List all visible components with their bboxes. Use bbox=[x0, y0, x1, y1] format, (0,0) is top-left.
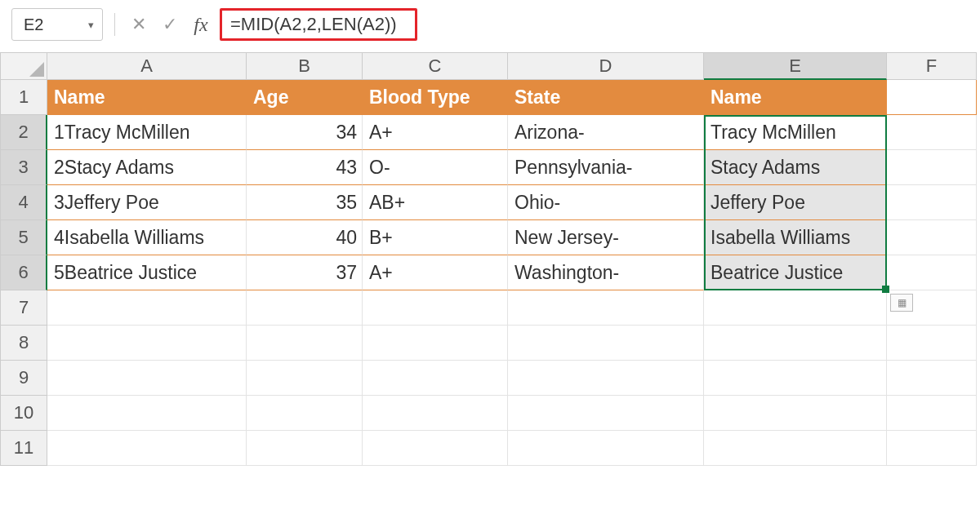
cell-A2[interactable]: 1Tracy McMillen bbox=[47, 115, 247, 150]
cell-D11[interactable] bbox=[508, 431, 704, 466]
cell-F4[interactable] bbox=[887, 185, 977, 220]
cell-D7[interactable] bbox=[508, 290, 704, 326]
cell-A4[interactable]: 3Jeffery Poe bbox=[47, 185, 247, 220]
cell-E8[interactable] bbox=[704, 326, 887, 361]
cell-F8[interactable] bbox=[887, 326, 977, 361]
col-head-C[interactable]: C bbox=[363, 52, 508, 80]
cell-E3[interactable]: Stacy Adams bbox=[704, 150, 887, 185]
cell-F11[interactable] bbox=[887, 431, 977, 466]
cell-D6[interactable]: Washington- bbox=[508, 255, 704, 290]
cell-D3[interactable]: Pennsylvania- bbox=[508, 150, 704, 185]
cell-A11[interactable] bbox=[47, 431, 247, 466]
cell-F3[interactable] bbox=[887, 150, 977, 185]
cell-E1[interactable]: Name bbox=[704, 80, 887, 115]
formula-bar: E2 ▾ ✕ ✓ fx =MID(A2,2,LEN(A2)) bbox=[0, 0, 980, 52]
row-head-6[interactable]: 6 bbox=[0, 255, 47, 290]
row-head-10[interactable]: 10 bbox=[0, 396, 47, 431]
cell-F10[interactable] bbox=[887, 396, 977, 431]
cell-C2[interactable]: A+ bbox=[363, 115, 508, 150]
col-head-D[interactable]: D bbox=[508, 52, 704, 80]
cell-E10[interactable] bbox=[704, 396, 887, 431]
table-row: 6 5Beatrice Justice 37 A+ Washington- Be… bbox=[0, 255, 980, 290]
cell-D9[interactable] bbox=[508, 361, 704, 396]
cell-C8[interactable] bbox=[363, 326, 508, 361]
cell-F1[interactable] bbox=[887, 80, 977, 115]
col-head-F[interactable]: F bbox=[887, 52, 977, 80]
cell-A6[interactable]: 5Beatrice Justice bbox=[47, 255, 247, 290]
row-head-2[interactable]: 2 bbox=[0, 115, 47, 150]
cell-C1[interactable]: Blood Type bbox=[363, 80, 508, 115]
row-head-9[interactable]: 9 bbox=[0, 361, 47, 396]
row-head-7[interactable]: 7 bbox=[0, 290, 47, 326]
cell-B10[interactable] bbox=[247, 396, 363, 431]
cell-A9[interactable] bbox=[47, 361, 247, 396]
cell-D2[interactable]: Arizona- bbox=[508, 115, 704, 150]
row-head-3[interactable]: 3 bbox=[0, 150, 47, 185]
cell-B2[interactable]: 34 bbox=[247, 115, 363, 150]
row-head-11[interactable]: 11 bbox=[0, 431, 47, 466]
cell-C7[interactable] bbox=[363, 290, 508, 326]
col-head-B[interactable]: B bbox=[247, 52, 363, 80]
row-head-8[interactable]: 8 bbox=[0, 326, 47, 361]
table-row: 8 bbox=[0, 326, 980, 361]
cell-D1[interactable]: State bbox=[508, 80, 704, 115]
cell-D5[interactable]: New Jersey- bbox=[508, 220, 704, 255]
cell-F2[interactable] bbox=[887, 115, 977, 150]
fx-icon: fx bbox=[194, 14, 207, 36]
cell-B6[interactable]: 37 bbox=[247, 255, 363, 290]
cell-A5[interactable]: 4Isabella Williams bbox=[47, 220, 247, 255]
spreadsheet-grid[interactable]: A B C D E F 1 Name Age Blood Type State … bbox=[0, 52, 980, 466]
cell-B11[interactable] bbox=[247, 431, 363, 466]
cell-E11[interactable] bbox=[704, 431, 887, 466]
cell-C11[interactable] bbox=[363, 431, 508, 466]
cell-B5[interactable]: 40 bbox=[247, 220, 363, 255]
confirm-formula-button[interactable]: ✓ bbox=[158, 12, 182, 37]
select-all-triangle[interactable] bbox=[0, 52, 47, 80]
cell-F6[interactable] bbox=[887, 255, 977, 290]
formula-input[interactable]: =MID(A2,2,LEN(A2)) bbox=[220, 8, 417, 41]
name-box[interactable]: E2 ▾ bbox=[11, 8, 103, 41]
cell-A10[interactable] bbox=[47, 396, 247, 431]
table-row: 7 bbox=[0, 290, 980, 326]
cell-D4[interactable]: Ohio- bbox=[508, 185, 704, 220]
cell-B9[interactable] bbox=[247, 361, 363, 396]
row-head-5[interactable]: 5 bbox=[0, 220, 47, 255]
cell-E4[interactable]: Jeffery Poe bbox=[704, 185, 887, 220]
cell-D8[interactable] bbox=[508, 326, 704, 361]
autofill-options-button[interactable]: ▦ bbox=[890, 294, 913, 312]
cell-C5[interactable]: B+ bbox=[363, 220, 508, 255]
cell-E9[interactable] bbox=[704, 361, 887, 396]
cell-F5[interactable] bbox=[887, 220, 977, 255]
cell-B4[interactable]: 35 bbox=[247, 185, 363, 220]
col-head-A[interactable]: A bbox=[47, 52, 247, 80]
cell-B3[interactable]: 43 bbox=[247, 150, 363, 185]
cell-E6[interactable]: Beatrice Justice bbox=[704, 255, 887, 290]
cell-A1[interactable]: Name bbox=[47, 80, 247, 115]
cell-C10[interactable] bbox=[363, 396, 508, 431]
cell-C3[interactable]: O- bbox=[363, 150, 508, 185]
col-head-E[interactable]: E bbox=[704, 52, 887, 80]
cell-E5[interactable]: Isabella Williams bbox=[704, 220, 887, 255]
cell-A3[interactable]: 2Stacy Adams bbox=[47, 150, 247, 185]
cell-B8[interactable] bbox=[247, 326, 363, 361]
cell-E2[interactable]: Tracy McMillen bbox=[704, 115, 887, 150]
cell-A7[interactable] bbox=[47, 290, 247, 326]
x-icon: ✕ bbox=[131, 14, 146, 35]
table-row: 2 1Tracy McMillen 34 A+ Arizona- Tracy M… bbox=[0, 115, 980, 150]
cell-C4[interactable]: AB+ bbox=[363, 185, 508, 220]
chevron-down-icon[interactable]: ▾ bbox=[88, 19, 94, 31]
row-head-4[interactable]: 4 bbox=[0, 185, 47, 220]
cell-B7[interactable] bbox=[247, 290, 363, 326]
cell-C9[interactable] bbox=[363, 361, 508, 396]
cell-B1[interactable]: Age bbox=[247, 80, 363, 115]
cell-C6[interactable]: A+ bbox=[363, 255, 508, 290]
cell-D10[interactable] bbox=[508, 396, 704, 431]
table-row: 4 3Jeffery Poe 35 AB+ Ohio- Jeffery Poe bbox=[0, 185, 980, 220]
cell-A8[interactable] bbox=[47, 326, 247, 361]
cancel-formula-button[interactable]: ✕ bbox=[127, 12, 151, 37]
insert-function-button[interactable]: fx bbox=[189, 12, 213, 37]
cell-E7[interactable] bbox=[704, 290, 887, 326]
table-row: 5 4Isabella Williams 40 B+ New Jersey- I… bbox=[0, 220, 980, 255]
row-head-1[interactable]: 1 bbox=[0, 80, 47, 115]
cell-F9[interactable] bbox=[887, 361, 977, 396]
